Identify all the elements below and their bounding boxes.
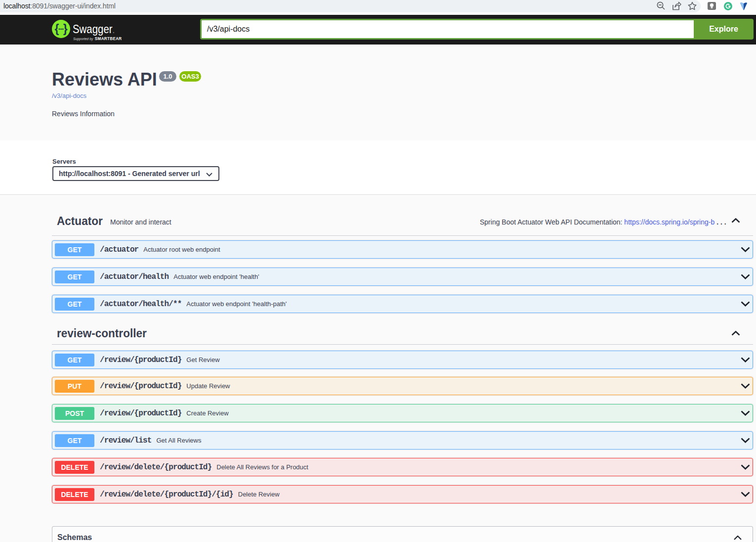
svg-text:{: {	[55, 22, 59, 35]
svg-text:}: }	[63, 22, 68, 35]
